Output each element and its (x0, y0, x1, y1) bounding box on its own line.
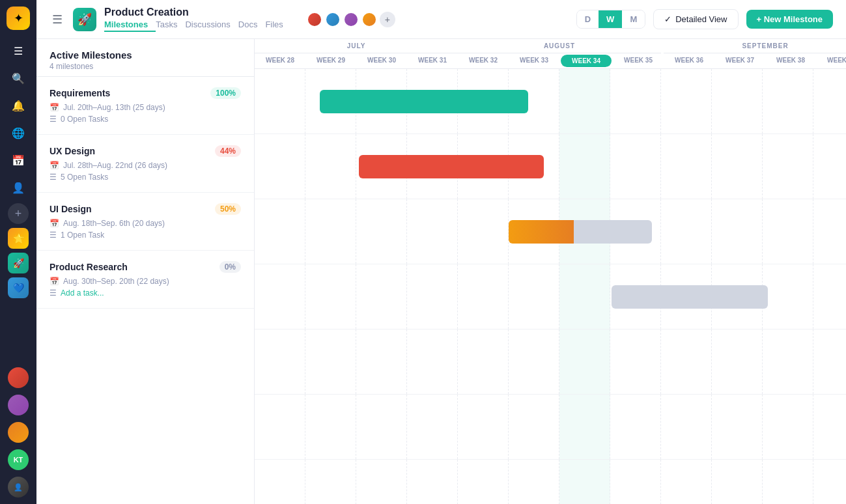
week-29: WEEK 29 (305, 53, 356, 67)
project-avatar-1[interactable]: 🌟 (8, 228, 29, 249)
new-milestone-label: + New Milestone (757, 14, 823, 24)
member-avatar-3[interactable] (343, 12, 359, 27)
july-weeks: WEEK 28 WEEK 29 WEEK 30 WEEK 31 (255, 53, 458, 67)
view-toggle: D W M (576, 10, 646, 29)
sidebar-add-member-icon[interactable]: 👤 (7, 176, 30, 199)
invite-member-button[interactable]: + (380, 12, 395, 27)
detailed-view-button[interactable]: ✓ Detailed View (653, 9, 738, 29)
col-w34-current (559, 69, 610, 133)
sidebar-add-button[interactable]: + (8, 203, 29, 224)
month-july: JULY WEEK 28 WEEK 29 WEEK 30 WEEK 31 (255, 39, 458, 68)
view-toggle-d[interactable]: D (577, 10, 599, 28)
nav-files[interactable]: Files (265, 18, 290, 32)
nav-discussions[interactable]: Discussions (185, 18, 238, 32)
member-avatar-2[interactable] (325, 12, 341, 27)
month-label-september: SEPTEMBER (664, 39, 846, 53)
milestone-item-requirements[interactable]: Requirements 100% 📅 Jul. 20th–Aug. 13th … (36, 77, 254, 135)
add-task-link[interactable]: Add a task... (61, 288, 104, 298)
tasks-icon: ☰ (49, 115, 57, 124)
bar-ui-design-done[interactable] (509, 220, 574, 244)
gantt-row-requirements (255, 69, 846, 134)
month-label-august: AUGUST (458, 39, 661, 53)
week-38: WEEK 38 (765, 53, 816, 67)
milestone-dates: 📅 Jul. 28th–Aug. 22nd (26 days) (49, 161, 241, 170)
milestone-item-product-research[interactable]: Product Research 0% 📅 Aug. 30th–Sep. 20t… (36, 251, 254, 309)
sidebar-user-avatar-kt[interactable]: KT (8, 449, 29, 470)
check-icon: ✓ (664, 14, 671, 24)
september-weeks: WEEK 36 WEEK 37 WEEK 38 WEEK 39 (664, 53, 846, 67)
col-w39 (813, 69, 846, 133)
nav-tasks[interactable]: Tasks (156, 18, 185, 32)
new-milestone-button[interactable]: + New Milestone (746, 10, 834, 29)
header: ☰ 🚀 Product Creation Milestones Tasks Di… (36, 0, 846, 39)
project-avatar-3[interactable]: 💙 (8, 277, 29, 298)
col-w35 (610, 69, 661, 133)
gantt-row-empty-1 (255, 329, 846, 395)
milestone-name: Requirements (49, 88, 110, 98)
app-logo[interactable]: ✦ (7, 7, 30, 30)
calendar-icon: 📅 (49, 277, 59, 286)
milestone-tasks: ☰ 0 Open Tasks (49, 115, 241, 124)
sidebar-user-avatar-4[interactable]: 👤 (8, 477, 29, 497)
milestones-header: Active Milestones 4 milestones (36, 39, 254, 77)
main-content: ☰ 🚀 Product Creation Milestones Tasks Di… (36, 0, 846, 504)
week-31: WEEK 31 (407, 53, 458, 67)
sidebar-search-icon[interactable]: 🔍 (7, 66, 30, 90)
week-33: WEEK 33 (509, 53, 559, 68)
milestone-badge: 50% (215, 203, 241, 215)
detailed-view-label: Detailed View (675, 14, 727, 24)
header-nav: Milestones Tasks Discussions Docs Files (104, 18, 291, 32)
gantt-row-ux-design (255, 134, 846, 199)
week-32: WEEK 32 (458, 53, 509, 68)
week-36: WEEK 36 (664, 53, 714, 67)
gantt-row-empty-3 (255, 460, 846, 504)
sidebar-user-avatar-3[interactable] (8, 422, 29, 443)
gantt-header: JULY WEEK 28 WEEK 29 WEEK 30 WEEK 31 AUG… (255, 39, 846, 69)
august-weeks: WEEK 32 WEEK 33 WEEK 34 WEEK 35 (458, 53, 664, 68)
milestone-tasks: ☰ 5 Open Tasks (49, 173, 241, 182)
content-area: Active Milestones 4 milestones Requireme… (36, 39, 846, 504)
bar-ux-design[interactable] (359, 155, 544, 178)
milestone-item-ui-design[interactable]: UI Design 50% 📅 Aug. 18th–Sep. 6th (20 d… (36, 193, 254, 251)
milestone-item-ux-design[interactable]: UX Design 44% 📅 Jul. 28th–Aug. 22nd (26 … (36, 135, 254, 193)
header-menu-button[interactable]: ☰ (49, 10, 65, 29)
empty-space (36, 309, 254, 439)
bar-requirements[interactable] (320, 90, 528, 113)
member-avatar-4[interactable] (361, 12, 377, 27)
milestone-dates: 📅 Jul. 20th–Aug. 13th (25 days) (49, 103, 241, 112)
calendar-icon: 📅 (49, 219, 59, 228)
week-28: WEEK 28 (255, 53, 305, 67)
col-w38 (763, 69, 813, 133)
sidebar: ✦ ☰ 🔍 🔔 🌐 📅 👤 + 🌟 🚀 💙 KT 👤 (0, 0, 36, 504)
gantt-body (255, 69, 846, 504)
milestone-name: UX Design (49, 146, 95, 156)
gantt-inner: JULY WEEK 28 WEEK 29 WEEK 30 WEEK 31 AUG… (255, 39, 846, 504)
member-avatar-1[interactable] (307, 12, 322, 27)
milestone-badge: 100% (210, 87, 241, 99)
milestone-dates: 📅 Aug. 30th–Sep. 20th (22 days) (49, 277, 241, 286)
nav-milestones[interactable]: Milestones (104, 18, 156, 32)
bar-product-research[interactable] (612, 285, 768, 309)
milestone-badge: 0% (219, 261, 241, 273)
milestone-name: Product Research (49, 262, 128, 272)
nav-docs[interactable]: Docs (238, 18, 266, 32)
milestone-tasks: ☰ 1 Open Task (49, 231, 241, 240)
sidebar-user-avatar-2[interactable] (8, 395, 29, 415)
view-toggle-m[interactable]: M (622, 10, 645, 28)
header-avatars: + (307, 12, 395, 27)
bar-ui-design-remaining[interactable] (574, 220, 652, 244)
sidebar-menu-icon[interactable]: ☰ (7, 39, 30, 63)
sidebar-global-icon[interactable]: 🌐 (7, 121, 30, 145)
gantt-chart[interactable]: JULY WEEK 28 WEEK 29 WEEK 30 WEEK 31 AUG… (255, 39, 846, 504)
project-avatar-2[interactable]: 🚀 (8, 253, 29, 273)
tasks-icon: ☰ (49, 173, 57, 182)
milestones-count: 4 milestones (49, 62, 241, 71)
sidebar-user-avatar-1[interactable] (8, 367, 29, 388)
milestones-title: Active Milestones (49, 49, 241, 61)
sidebar-notifications-icon[interactable]: 🔔 (7, 94, 30, 117)
header-title-section: Product Creation Milestones Tasks Discus… (104, 7, 291, 32)
header-title: Product Creation (104, 7, 291, 18)
view-toggle-w[interactable]: W (599, 10, 622, 28)
month-september: SEPTEMBER WEEK 36 WEEK 37 WEEK 38 WEEK 3… (664, 39, 846, 68)
sidebar-calendar-icon[interactable]: 📅 (7, 148, 30, 172)
